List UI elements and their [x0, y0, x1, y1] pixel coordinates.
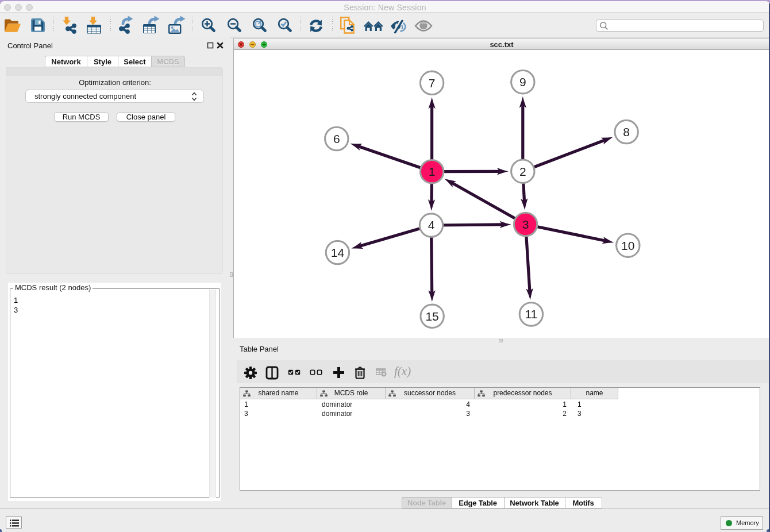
svg-text:3: 3 [522, 218, 529, 231]
svg-text:10: 10 [621, 239, 634, 252]
svg-text:1: 1 [429, 165, 436, 178]
svg-text:2: 2 [519, 165, 526, 178]
svg-text:6: 6 [333, 132, 340, 145]
svg-text:15: 15 [425, 310, 438, 323]
svg-text:11: 11 [525, 307, 537, 321]
svg-text:7: 7 [429, 76, 436, 90]
svg-text:8: 8 [623, 125, 630, 138]
svg-text:14: 14 [331, 246, 345, 259]
svg-text:9: 9 [519, 75, 526, 88]
svg-text:4: 4 [428, 218, 435, 232]
